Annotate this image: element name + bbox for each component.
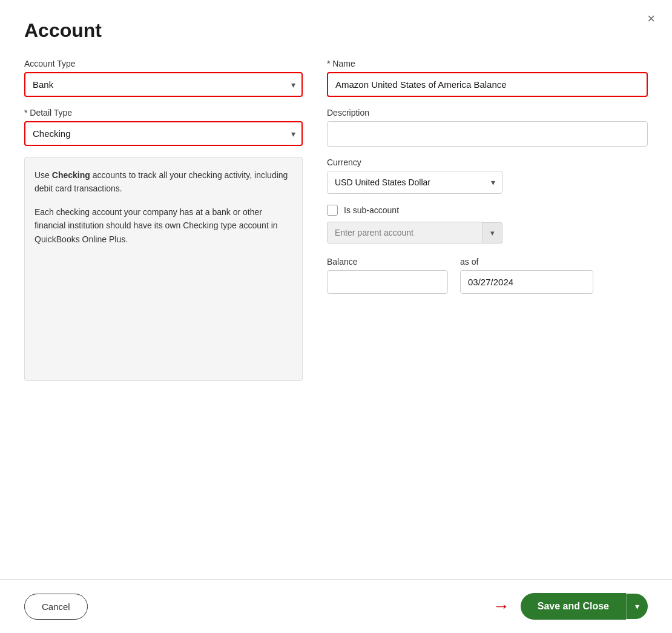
detail-type-wrapper: Checking ▾ [24,121,303,146]
name-input[interactable] [327,72,648,97]
currency-wrapper: USD United States Dollar ▾ [327,171,502,194]
cancel-button[interactable]: Cancel [24,594,88,620]
name-label: * Name [327,59,648,68]
save-and-close-button[interactable]: Save and Close [521,593,626,620]
sub-account-checkbox[interactable] [327,205,338,216]
info-bold: Checking [52,170,90,180]
detail-type-select[interactable]: Checking [24,121,303,146]
account-type-label: Account Type [24,59,303,68]
account-modal: × Account Account Type Bank ▾ * Detail T… [0,0,672,633]
form-layout: Account Type Bank ▾ * Detail Type Checki… [24,59,648,381]
detail-type-group: * Detail Type Checking ▾ [24,108,303,146]
save-btn-wrapper: Save and Close ▾ [521,593,648,620]
sub-account-label: Is sub-account [344,205,399,215]
asof-input[interactable] [460,270,593,294]
save-dropdown-button[interactable]: ▾ [626,594,648,619]
close-button[interactable]: × [647,12,655,25]
description-label: Description [327,108,648,118]
description-group: Description [327,108,648,147]
balance-row: Balance as of [327,257,648,294]
info-paragraph-1: Use Checking accounts to track all your … [35,168,292,196]
detail-type-label: * Detail Type [24,108,303,118]
balance-input[interactable] [327,270,448,294]
parent-account-dropdown-button[interactable]: ▾ [483,222,502,244]
currency-label: Currency [327,157,648,167]
sub-account-row: Is sub-account [327,205,648,216]
asof-group: as of [460,257,593,294]
currency-group: Currency USD United States Dollar ▾ [327,157,648,194]
account-type-group: Account Type Bank ▾ [24,59,303,97]
account-type-wrapper: Bank ▾ [24,72,303,97]
form-left: Account Type Bank ▾ * Detail Type Checki… [24,59,303,381]
currency-select[interactable]: USD United States Dollar [327,171,502,194]
account-type-select[interactable]: Bank [24,72,303,97]
parent-account-wrapper: ▾ [327,222,502,244]
arrow-right-icon: → [493,597,510,616]
info-paragraph-2: Each checking account your company has a… [35,205,292,246]
parent-account-input[interactable] [327,222,483,244]
asof-label: as of [460,257,593,267]
modal-title: Account [24,19,648,42]
description-input[interactable] [327,121,648,147]
info-box: Use Checking accounts to track all your … [24,157,303,381]
balance-label: Balance [327,257,448,267]
form-right: * Name Description Currency USD United S… [327,59,648,381]
balance-group: Balance [327,257,448,294]
save-area: → Save and Close ▾ [493,593,648,620]
footer: Cancel → Save and Close ▾ [0,579,672,633]
sub-account-group: Is sub-account ▾ [327,205,648,244]
name-group: * Name [327,59,648,97]
